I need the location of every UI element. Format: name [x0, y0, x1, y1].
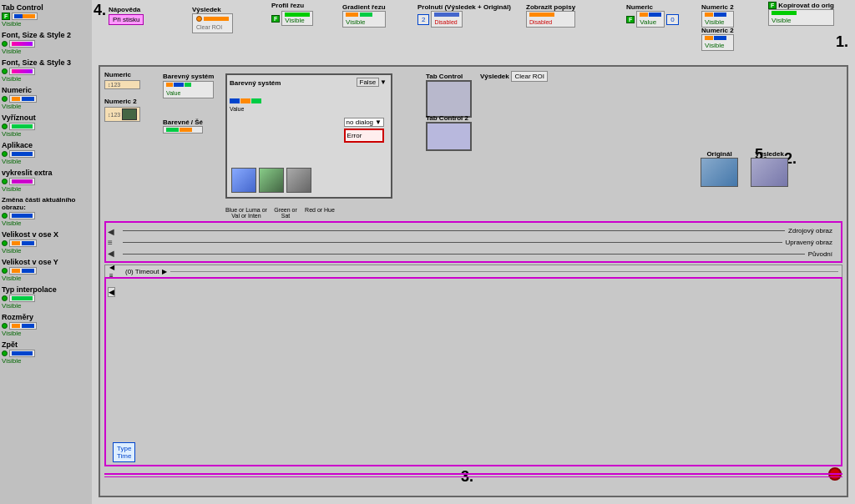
nt-bar2 — [649, 13, 661, 17]
numeric-block-sb — [2, 95, 37, 103]
font3-indicator[interactable] — [9, 68, 35, 75]
orange-dot-vysledek — [196, 16, 202, 22]
rozmery-visible: Visible — [2, 330, 21, 337]
numeric2-row2-bars — [705, 36, 731, 40]
thumb-green[interactable] — [259, 168, 284, 193]
node-gradient: Gradient řezu Visible — [342, 2, 386, 28]
sidebar-item-rozmery: Rozměry Visible — [2, 313, 90, 337]
thumb-labels: Blue or Luma or Val or Inten Green or Sa… — [225, 207, 336, 219]
bs-control[interactable]: Value — [163, 81, 214, 98]
inner-numeric-box[interactable]: ↕123 — [104, 80, 140, 89]
scroll-up[interactable]: ◀ — [108, 227, 114, 236]
lf-scroll-up[interactable]: ◀ — [108, 287, 115, 297]
cs-bars-inner — [230, 98, 388, 103]
zpet-block — [2, 350, 35, 357]
tab-control-indicator[interactable] — [12, 13, 38, 20]
green-dot-font3 — [2, 68, 8, 74]
inner-clear-roi-btn[interactable]: Clear ROI — [511, 71, 548, 82]
n2r2-bar1 — [705, 36, 713, 40]
kopiovat-label: Kopírovat do orig — [778, 2, 834, 9]
pink-frame-top: ◀ ≡ ◀ Zdrojový obraz Upravený obraz — [104, 221, 842, 263]
kopiovat-ctrl: Visible — [768, 9, 834, 26]
zpet-visible: Visible — [2, 357, 21, 365]
bs-label: Barevný systém — [163, 73, 214, 80]
bb2 — [180, 128, 192, 132]
numeric-top-num[interactable]: 0 — [666, 14, 678, 25]
sidebar-item-font2: Font, Size & Style 2 Visible — [2, 31, 90, 55]
aplikace-indicator[interactable] — [9, 150, 35, 158]
timeout-arrow-right[interactable]: ▶ — [162, 268, 167, 275]
typ-indicator[interactable] — [9, 295, 35, 302]
rozmery-indicator[interactable] — [9, 322, 37, 330]
timeout-scroll-btn[interactable]: ◀ — [109, 264, 114, 271]
puvodni-row: Původní — [123, 248, 832, 260]
scroll-arrows-left: ◀ ≡ ◀ — [108, 227, 114, 258]
gradient-visible: Visible — [346, 18, 365, 26]
numeric2-row2-ctrl: Visible — [701, 34, 734, 51]
false-label[interactable]: False — [357, 78, 380, 87]
profil-indicator[interactable]: Visible — [281, 11, 313, 26]
vyriznout-bar — [12, 124, 33, 129]
bs-bar1 — [166, 83, 173, 87]
aplikace-label: Aplikace — [2, 141, 33, 149]
f-badge-kop: F — [768, 2, 777, 9]
inner-numeric2-box[interactable]: ↕123 — [104, 107, 140, 122]
numeric-top-indicator[interactable]: Value — [636, 11, 665, 28]
green-dot-rozmery — [2, 323, 8, 329]
vysledek-area-label: Výsledek — [755, 150, 784, 158]
original-area: Originál — [701, 150, 738, 187]
timeout-line — [170, 271, 838, 272]
number-1: 1. — [836, 33, 848, 51]
velx-indicator[interactable] — [9, 239, 37, 247]
typ-block — [2, 295, 35, 302]
sidebar-item-typ: Typ interpolace Visible — [2, 285, 90, 310]
font3-bar — [12, 69, 33, 73]
csb2 — [240, 98, 250, 103]
vysledek-area: Výsledek — [751, 150, 788, 187]
tc2-label: Tab Control 2 — [426, 114, 468, 122]
font2-bar — [12, 42, 33, 46]
no-dialog-area: no dialog ▼ Error — [344, 117, 384, 143]
inner-vysledek: Výsledek Clear ROI — [480, 71, 548, 82]
vykreslit-indicator[interactable] — [9, 178, 35, 185]
node-numeric2-row2: Numeric 2 Visible — [701, 25, 734, 51]
prolnuti-val[interactable]: 2 — [417, 14, 429, 25]
tc2-widget[interactable] — [426, 122, 472, 151]
typ-visible: Visible — [2, 302, 21, 310]
vysledek-img[interactable] — [751, 158, 788, 187]
original-img[interactable] — [701, 158, 738, 187]
inner-numeric-label: Numeric — [104, 71, 140, 78]
thumb-gray[interactable] — [286, 168, 311, 193]
zmena-indicator[interactable] — [9, 212, 35, 219]
inner-vysledek-label: Výsledek — [480, 73, 509, 80]
no-dialog-dropdown[interactable]: no dialog ▼ — [344, 118, 384, 127]
n2r2-bar2 — [714, 36, 726, 40]
numeric-bar — [12, 97, 20, 101]
numeric-icon: ↕123 — [108, 82, 120, 88]
original-label: Originál — [706, 150, 731, 158]
green-dot-zpet — [2, 350, 8, 356]
f-badge-profil: F — [271, 15, 280, 23]
pri-stisku-btn[interactable]: Při stisku — [109, 14, 144, 25]
bs-bars — [166, 83, 210, 87]
main-container: Tab Control F Visible Font, Size & Style… — [0, 0, 855, 504]
numeric-indicator[interactable] — [9, 95, 37, 103]
type-label: Type — [117, 445, 131, 452]
vyriznout-indicator[interactable] — [9, 123, 35, 130]
barevne-ctrl[interactable] — [163, 126, 203, 134]
scroll-down[interactable]: ◀ — [108, 249, 114, 258]
zpet-indicator[interactable] — [9, 350, 35, 357]
vyriznout-label: Vyříznout — [2, 113, 36, 122]
font2-indicator[interactable] — [9, 40, 35, 48]
cs-inner-label: Barevný systém — [230, 79, 281, 87]
green-dot-zmena — [2, 213, 8, 219]
vely-indicator[interactable] — [9, 267, 37, 275]
green-dot-vykreslit — [2, 179, 8, 184]
scroll-mid[interactable]: ≡ — [108, 238, 114, 247]
toggle-arrow[interactable]: ▼ — [380, 78, 387, 86]
gradient-ctrl: Visible — [342, 11, 386, 28]
thumb-blue[interactable] — [231, 168, 256, 193]
profil-label: Profil řezu — [271, 2, 304, 9]
timeout-bar: ◀ ≡ (0) Timeout ▶ — [104, 265, 842, 278]
sidebar-item-font3: Font, Size & Style 3 Visible — [2, 58, 90, 83]
